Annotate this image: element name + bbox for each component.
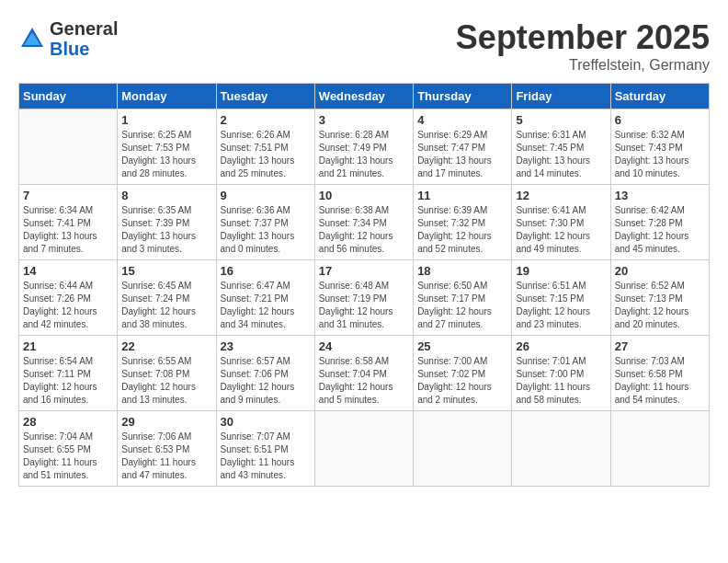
day-header-tuesday: Tuesday: [216, 84, 314, 109]
calendar-table: SundayMondayTuesdayWednesdayThursdayFrid…: [18, 83, 710, 487]
location-subtitle: Treffelstein, Germany: [456, 57, 710, 74]
calendar-cell: 19Sunrise: 6:51 AM Sunset: 7:15 PM Dayli…: [512, 260, 610, 336]
calendar-cell: 26Sunrise: 7:01 AM Sunset: 7:00 PM Dayli…: [512, 336, 610, 411]
calendar-cell: 4Sunrise: 6:29 AM Sunset: 7:47 PM Daylig…: [414, 109, 512, 185]
days-header-row: SundayMondayTuesdayWednesdayThursdayFrid…: [19, 84, 710, 109]
calendar-cell: 23Sunrise: 6:57 AM Sunset: 7:06 PM Dayli…: [216, 336, 314, 411]
logo-general: General: [50, 18, 118, 39]
calendar-cell: 3Sunrise: 6:28 AM Sunset: 7:49 PM Daylig…: [314, 109, 413, 185]
day-info: Sunrise: 7:03 AM Sunset: 6:58 PM Dayligh…: [615, 355, 705, 407]
day-info: Sunrise: 6:47 AM Sunset: 7:21 PM Dayligh…: [221, 280, 311, 331]
day-number: 19: [516, 264, 606, 278]
day-number: 23: [221, 339, 311, 353]
calendar-cell: 10Sunrise: 6:38 AM Sunset: 7:34 PM Dayli…: [314, 185, 413, 260]
day-info: Sunrise: 6:28 AM Sunset: 7:49 PM Dayligh…: [319, 129, 409, 180]
day-info: Sunrise: 6:48 AM Sunset: 7:19 PM Dayligh…: [319, 280, 409, 331]
calendar-cell: 1Sunrise: 6:25 AM Sunset: 7:53 PM Daylig…: [118, 109, 216, 185]
calendar-cell: 11Sunrise: 6:39 AM Sunset: 7:32 PM Dayli…: [414, 185, 512, 260]
day-number: 20: [615, 264, 705, 278]
day-number: 18: [417, 264, 507, 278]
day-number: 2: [221, 113, 311, 127]
day-header-friday: Friday: [512, 84, 610, 109]
calendar-cell: 22Sunrise: 6:55 AM Sunset: 7:08 PM Dayli…: [118, 336, 216, 411]
day-number: 30: [221, 415, 311, 429]
day-info: Sunrise: 6:50 AM Sunset: 7:17 PM Dayligh…: [417, 280, 507, 331]
calendar-cell: 6Sunrise: 6:32 AM Sunset: 7:43 PM Daylig…: [610, 109, 709, 185]
calendar-cell: [19, 109, 118, 185]
calendar-cell: [414, 411, 512, 487]
day-number: 3: [319, 113, 409, 127]
week-row-4: 21Sunrise: 6:54 AM Sunset: 7:11 PM Dayli…: [19, 336, 710, 411]
day-info: Sunrise: 7:04 AM Sunset: 6:55 PM Dayligh…: [23, 431, 113, 482]
day-info: Sunrise: 6:42 AM Sunset: 7:28 PM Dayligh…: [615, 204, 705, 256]
day-info: Sunrise: 6:58 AM Sunset: 7:04 PM Dayligh…: [319, 355, 409, 407]
day-info: Sunrise: 6:36 AM Sunset: 7:37 PM Dayligh…: [221, 204, 311, 256]
day-number: 11: [417, 189, 507, 202]
day-header-saturday: Saturday: [610, 84, 709, 109]
calendar-cell: 18Sunrise: 6:50 AM Sunset: 7:17 PM Dayli…: [414, 260, 512, 336]
logo-blue: Blue: [50, 39, 118, 59]
calendar-cell: 5Sunrise: 6:31 AM Sunset: 7:45 PM Daylig…: [512, 109, 610, 185]
day-info: Sunrise: 6:39 AM Sunset: 7:32 PM Dayligh…: [417, 204, 507, 256]
calendar-cell: [610, 411, 709, 487]
day-info: Sunrise: 7:01 AM Sunset: 7:00 PM Dayligh…: [516, 355, 606, 407]
calendar-cell: [314, 411, 413, 487]
calendar-cell: 25Sunrise: 7:00 AM Sunset: 7:02 PM Dayli…: [414, 336, 512, 411]
day-info: Sunrise: 7:00 AM Sunset: 7:02 PM Dayligh…: [417, 355, 507, 407]
day-number: 5: [516, 113, 606, 127]
calendar-cell: 24Sunrise: 6:58 AM Sunset: 7:04 PM Dayli…: [314, 336, 413, 411]
calendar-cell: 14Sunrise: 6:44 AM Sunset: 7:26 PM Dayli…: [19, 260, 118, 336]
day-number: 13: [615, 189, 705, 202]
logo-icon: [18, 25, 46, 52]
day-number: 12: [516, 189, 606, 202]
day-number: 7: [23, 189, 113, 202]
day-header-sunday: Sunday: [19, 84, 118, 109]
day-header-wednesday: Wednesday: [314, 84, 413, 109]
day-number: 24: [319, 339, 409, 353]
day-number: 4: [417, 113, 507, 127]
day-number: 15: [121, 264, 211, 278]
day-info: Sunrise: 6:45 AM Sunset: 7:24 PM Dayligh…: [121, 280, 211, 331]
day-number: 1: [121, 113, 211, 127]
day-info: Sunrise: 6:51 AM Sunset: 7:15 PM Dayligh…: [516, 280, 606, 331]
day-number: 29: [121, 415, 211, 429]
day-info: Sunrise: 6:25 AM Sunset: 7:53 PM Dayligh…: [121, 129, 211, 180]
day-info: Sunrise: 6:35 AM Sunset: 7:39 PM Dayligh…: [121, 204, 211, 256]
day-header-monday: Monday: [118, 84, 216, 109]
calendar-cell: 8Sunrise: 6:35 AM Sunset: 7:39 PM Daylig…: [118, 185, 216, 260]
day-info: Sunrise: 6:34 AM Sunset: 7:41 PM Dayligh…: [23, 204, 113, 256]
calendar-cell: [512, 411, 610, 487]
day-number: 9: [221, 189, 311, 202]
page-header: General Blue September 2025 Treffelstein…: [18, 18, 710, 74]
day-info: Sunrise: 6:52 AM Sunset: 7:13 PM Dayligh…: [615, 280, 705, 331]
calendar-cell: 15Sunrise: 6:45 AM Sunset: 7:24 PM Dayli…: [118, 260, 216, 336]
day-number: 6: [615, 113, 705, 127]
day-info: Sunrise: 7:07 AM Sunset: 6:51 PM Dayligh…: [221, 431, 311, 482]
day-info: Sunrise: 6:29 AM Sunset: 7:47 PM Dayligh…: [417, 129, 507, 180]
day-info: Sunrise: 6:57 AM Sunset: 7:06 PM Dayligh…: [221, 355, 311, 407]
calendar-cell: 7Sunrise: 6:34 AM Sunset: 7:41 PM Daylig…: [19, 185, 118, 260]
day-number: 8: [121, 189, 211, 202]
calendar-cell: 2Sunrise: 6:26 AM Sunset: 7:51 PM Daylig…: [216, 109, 314, 185]
day-info: Sunrise: 6:38 AM Sunset: 7:34 PM Dayligh…: [319, 204, 409, 256]
day-info: Sunrise: 6:54 AM Sunset: 7:11 PM Dayligh…: [23, 355, 113, 407]
calendar-cell: 16Sunrise: 6:47 AM Sunset: 7:21 PM Dayli…: [216, 260, 314, 336]
logo-text: General Blue: [50, 18, 118, 59]
day-number: 16: [221, 264, 311, 278]
calendar-cell: 30Sunrise: 7:07 AM Sunset: 6:51 PM Dayli…: [216, 411, 314, 487]
day-number: 25: [417, 339, 507, 353]
calendar-cell: 27Sunrise: 7:03 AM Sunset: 6:58 PM Dayli…: [610, 336, 709, 411]
calendar-cell: 9Sunrise: 6:36 AM Sunset: 7:37 PM Daylig…: [216, 185, 314, 260]
calendar-cell: 28Sunrise: 7:04 AM Sunset: 6:55 PM Dayli…: [19, 411, 118, 487]
day-number: 17: [319, 264, 409, 278]
calendar-cell: 21Sunrise: 6:54 AM Sunset: 7:11 PM Dayli…: [19, 336, 118, 411]
day-info: Sunrise: 6:55 AM Sunset: 7:08 PM Dayligh…: [121, 355, 211, 407]
week-row-2: 7Sunrise: 6:34 AM Sunset: 7:41 PM Daylig…: [19, 185, 710, 260]
day-number: 27: [615, 339, 705, 353]
day-info: Sunrise: 7:06 AM Sunset: 6:53 PM Dayligh…: [121, 431, 211, 482]
day-info: Sunrise: 6:31 AM Sunset: 7:45 PM Dayligh…: [516, 129, 606, 180]
calendar-cell: 13Sunrise: 6:42 AM Sunset: 7:28 PM Dayli…: [610, 185, 709, 260]
title-block: September 2025 Treffelstein, Germany: [456, 18, 710, 74]
day-number: 26: [516, 339, 606, 353]
month-title: September 2025: [456, 18, 710, 57]
